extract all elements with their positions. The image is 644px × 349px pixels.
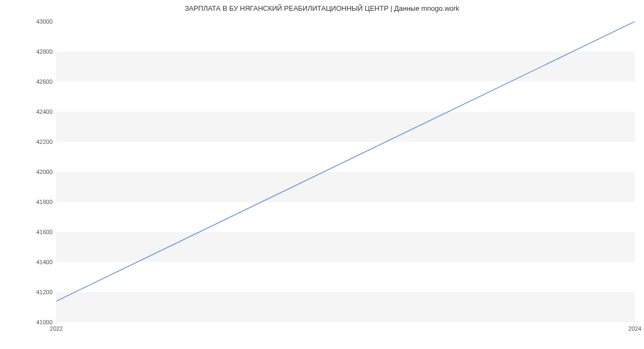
y-tick-label: 42000 (36, 169, 53, 175)
y-tick-label: 41400 (36, 259, 53, 265)
grid-band (56, 292, 635, 322)
chart-title: ЗАРПЛАТА В БУ НЯГАНСКИЙ РЕАБИЛИТАЦИОННЫЙ… (0, 4, 644, 12)
grid-band (56, 172, 635, 202)
y-tick-label: 43000 (36, 18, 53, 25)
y-tick-label: 42800 (36, 48, 53, 55)
y-tick-label: 42400 (36, 108, 53, 115)
grid-band (56, 232, 635, 262)
plot-area (56, 21, 635, 322)
y-tick-label: 42200 (36, 139, 53, 145)
y-tick-label: 41200 (36, 289, 53, 295)
y-tick-label: 41600 (36, 229, 53, 235)
y-tick-label: 41800 (36, 199, 53, 205)
x-tick-label: 2024 (628, 325, 641, 332)
grid-band (56, 112, 635, 142)
y-tick-label: 41000 (36, 319, 53, 325)
grid-band (56, 52, 635, 82)
x-tick-label: 2022 (50, 325, 63, 332)
y-tick-label: 42600 (36, 78, 53, 85)
